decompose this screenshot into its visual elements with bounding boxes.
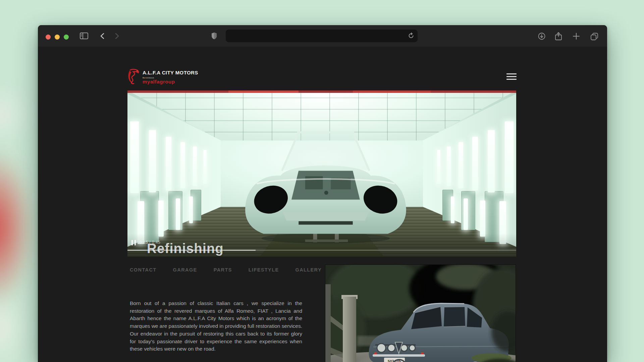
site-title: A.L.F.A CITY MOTORS: [143, 70, 198, 75]
address-bar[interactable]: [226, 29, 418, 42]
video-title: Refinishing: [147, 241, 224, 256]
forward-icon[interactable]: [115, 33, 119, 39]
booth-lamp: [158, 200, 164, 237]
menu-hamburger-icon[interactable]: [506, 73, 517, 81]
hero-video[interactable]: 0:15 / 0:45 Refinishing: [127, 90, 516, 257]
minimize-window-button[interactable]: [55, 35, 60, 40]
zoom-window-button[interactable]: [64, 35, 69, 40]
sidebar-toggle-icon[interactable]: [80, 33, 88, 39]
share-icon[interactable]: [555, 32, 562, 41]
nav-link-gallery[interactable]: GALLERY: [295, 267, 322, 273]
new-tab-icon[interactable]: [573, 33, 580, 40]
booth-lamp: [193, 146, 197, 186]
booth-lamp: [180, 142, 185, 188]
browser-window: A.L.F.A CITY MOTORS Bertelsbeck myalfagr…: [38, 25, 607, 362]
biscione-serpent-icon: [127, 69, 140, 84]
booth-lamp: [464, 198, 468, 230]
booth-lamp: [437, 150, 440, 184]
browser-toolbar: [38, 25, 607, 47]
nav-link-parts[interactable]: PARTS: [214, 267, 232, 273]
booth-lamp: [189, 196, 193, 223]
nav-link-lifestyle[interactable]: LIFESTYLE: [249, 267, 279, 273]
webpage: A.L.F.A CITY MOTORS Bertelsbeck myalfagr…: [38, 47, 607, 362]
booth-lamp: [459, 142, 463, 188]
booth-lamp: [203, 150, 207, 184]
pause-icon[interactable]: [131, 240, 136, 245]
booth-lamp: [480, 200, 485, 237]
site-nav: CONTACT GARAGE PARTS LIFESTYLE GALLERY: [130, 267, 322, 273]
booth-lamp: [166, 137, 171, 190]
booth-lamp: [176, 198, 180, 230]
nav-link-contact[interactable]: CONTACT: [130, 267, 157, 273]
back-icon[interactable]: [100, 33, 104, 39]
booth-lamp: [130, 121, 139, 193]
booth-red-beam: [127, 90, 516, 93]
site-logo[interactable]: A.L.F.A CITY MOTORS Bertelsbeck myalfagr…: [127, 69, 198, 84]
gallery-image: 507 105: [325, 265, 516, 362]
download-icon[interactable]: [538, 33, 545, 40]
privacy-shield-icon[interactable]: [211, 32, 217, 40]
booth-lamp: [472, 137, 478, 190]
close-window-button[interactable]: [46, 35, 51, 40]
booth-lamp: [451, 196, 454, 223]
logo-tagline: myalfagroup: [143, 79, 198, 84]
nav-link-garage[interactable]: GARAGE: [173, 267, 197, 273]
booth-cabinet: [168, 191, 182, 230]
reload-icon[interactable]: [408, 33, 414, 40]
booth-lamp: [505, 121, 514, 193]
about-paragraph: Born out of a passion of classic Italian…: [130, 300, 302, 353]
booth-lamp: [488, 130, 495, 192]
tab-overview-icon[interactable]: [590, 33, 598, 41]
booth-lamp: [447, 146, 451, 186]
booth-lamp: [149, 130, 156, 192]
